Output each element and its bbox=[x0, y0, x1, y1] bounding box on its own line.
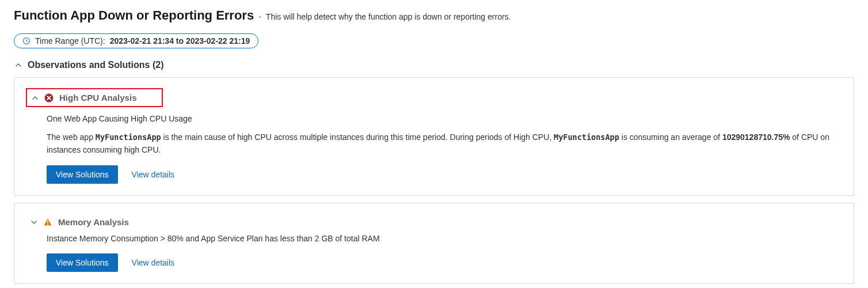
high-cpu-actions: View Solutions View details bbox=[47, 165, 842, 184]
chevron-down-icon bbox=[31, 219, 37, 226]
high-cpu-title: High CPU Analysis bbox=[59, 93, 136, 103]
page-title: Function App Down or Reporting Errors bbox=[14, 8, 254, 23]
chevron-up-icon bbox=[32, 94, 39, 101]
warning-icon bbox=[43, 218, 52, 227]
error-icon bbox=[44, 93, 54, 103]
app-name: MyFunctionsApp bbox=[96, 132, 161, 142]
memory-body: Instance Memory Consumption > 80% and Ap… bbox=[26, 230, 842, 272]
memory-card-toggle[interactable]: Memory Analysis bbox=[26, 214, 134, 230]
view-solutions-button[interactable]: View Solutions bbox=[47, 165, 118, 184]
page-title-separator: - bbox=[258, 12, 261, 21]
time-range-label: Time Range (UTC): bbox=[35, 36, 105, 46]
app-name: MyFunctionsApp bbox=[554, 132, 619, 142]
memory-actions: View Solutions View details bbox=[47, 253, 842, 272]
text-fragment: The web app bbox=[47, 132, 96, 142]
clock-icon bbox=[22, 37, 31, 45]
text-fragment: is the main cause of high CPU across mul… bbox=[161, 132, 554, 142]
memory-subtitle: Instance Memory Consumption > 80% and Ap… bbox=[47, 234, 842, 243]
high-cpu-card-toggle[interactable]: High CPU Analysis bbox=[26, 88, 163, 107]
view-details-link[interactable]: View details bbox=[132, 258, 174, 267]
time-range-selector[interactable]: Time Range (UTC): 2023-02-21 21:34 to 20… bbox=[14, 33, 258, 48]
high-cpu-body: One Web App Causing High CPU Usage The w… bbox=[26, 111, 842, 184]
cpu-percent-value: 10290128710.75% bbox=[722, 132, 790, 142]
observation-card-memory: Memory Analysis Instance Memory Consumpt… bbox=[14, 203, 854, 284]
time-range-value: 2023-02-21 21:34 to 2023-02-22 21:19 bbox=[110, 36, 250, 46]
high-cpu-subtitle: One Web App Causing High CPU Usage bbox=[47, 114, 842, 123]
view-details-link[interactable]: View details bbox=[132, 170, 174, 179]
observations-section-toggle[interactable]: Observations and Solutions (2) bbox=[14, 60, 854, 70]
svg-point-3 bbox=[47, 224, 48, 225]
page-subtitle: This will help detect why the function a… bbox=[266, 12, 511, 21]
memory-title: Memory Analysis bbox=[58, 217, 129, 227]
text-fragment: is consuming an average of bbox=[619, 132, 722, 142]
view-solutions-button[interactable]: View Solutions bbox=[47, 253, 118, 272]
observations-heading: Observations and Solutions (2) bbox=[28, 60, 163, 70]
page-header: Function App Down or Reporting Errors - … bbox=[14, 8, 854, 23]
observation-card-high-cpu: High CPU Analysis One Web App Causing Hi… bbox=[14, 77, 854, 196]
svg-rect-2 bbox=[47, 221, 48, 223]
chevron-up-icon bbox=[15, 62, 22, 69]
high-cpu-description: The web app MyFunctionsApp is the main c… bbox=[47, 131, 842, 156]
